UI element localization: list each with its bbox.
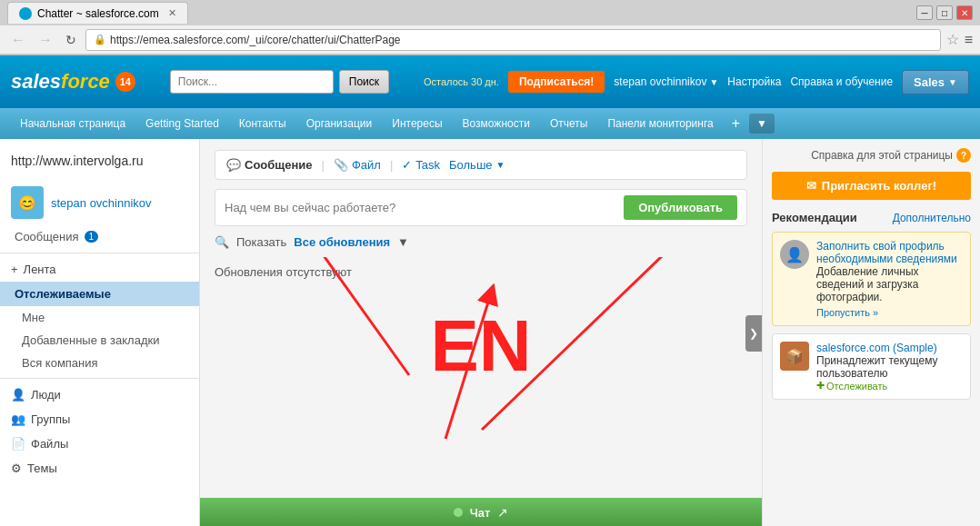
chat-status-dot <box>454 508 463 517</box>
rec-card-2-subtitle: Принадлежит текущему пользователю <box>816 354 963 380</box>
lock-icon: 🔒 <box>94 34 106 45</box>
tab-overflow-btn[interactable]: ▼ <box>749 114 775 134</box>
collapse-handle[interactable]: ❯ <box>745 315 762 352</box>
groups-icon: 👥 <box>11 412 25 426</box>
forward-btn[interactable]: → <box>35 30 56 50</box>
invite-icon: ✉ <box>806 179 816 193</box>
rec-card-1-desc: Добавление личных сведений и загрузка фо… <box>816 265 963 303</box>
help-label: Справка для этой страницы <box>811 149 953 162</box>
window-controls: ─ □ ✕ <box>916 5 973 20</box>
sf-logo: salesforce <box>11 70 110 94</box>
files-icon: 📄 <box>11 437 25 451</box>
tab-dashboards[interactable]: Панели мониторинга <box>598 112 722 135</box>
tab-reports[interactable]: Отчеты <box>541 112 596 135</box>
sidebar-people[interactable]: 👤 Люди <box>0 382 199 407</box>
sidebar-groups[interactable]: 👥 Группы <box>0 407 199 432</box>
user-dropdown-arrow: ▼ <box>709 77 718 87</box>
subscribe-btn[interactable]: Подписаться! <box>508 71 605 93</box>
tab-contacts[interactable]: Контакты <box>230 112 295 135</box>
invite-btn[interactable]: ✉ Пригласить коллег! <box>772 172 971 200</box>
sidebar-divider-1 <box>0 253 199 253</box>
help-header: Справка для этой страницы ? <box>772 148 971 163</box>
chat-arrow-icon: ↗ <box>497 505 508 520</box>
tab-getting-started[interactable]: Getting Started <box>136 112 228 135</box>
main-area: http://www.intervolga.ru 😊 stepan ovchin… <box>0 139 980 526</box>
sidebar-user-name[interactable]: stepan ovchinnikov <box>51 196 152 210</box>
right-sidebar: Справка для этой страницы ? ✉ Пригласить… <box>762 139 980 526</box>
file-tab[interactable]: 📎 Файл <box>334 158 381 172</box>
sidebar-files[interactable]: 📄 Файлы <box>0 432 199 456</box>
browser-tab[interactable]: Chatter ~ salesforce.com ✕ <box>7 2 188 24</box>
more-tab[interactable]: Больше ▼ <box>449 158 505 172</box>
menu-btn[interactable]: ≡ <box>965 32 973 48</box>
center-feed: 💬 Сообщение | 📎 Файл | ✓ Task Больше ▼ О… <box>200 139 762 526</box>
minimize-btn[interactable]: ─ <box>916 5 933 20</box>
help-icon[interactable]: ? <box>956 148 971 163</box>
search-input[interactable] <box>170 70 334 94</box>
message-tab[interactable]: 💬 Сообщение <box>226 158 313 172</box>
filter-label: Показать <box>236 235 286 249</box>
refresh-btn[interactable]: ↻ <box>62 31 80 49</box>
search-btn[interactable]: Поиск <box>339 70 389 94</box>
close-btn[interactable]: ✕ <box>956 5 973 20</box>
app-btn[interactable]: Sales ▼ <box>902 70 969 94</box>
filter-value[interactable]: Все обновления <box>294 235 390 249</box>
rec-title: Рекомендации <box>772 211 857 224</box>
sidebar-me[interactable]: Мне <box>0 306 199 329</box>
sidebar-tracked[interactable]: Отслеживаемые <box>0 282 199 306</box>
rec-avatar-1: 👤 <box>780 240 809 269</box>
tab-interests[interactable]: Интересы <box>383 112 451 135</box>
bookmark-btn[interactable]: ☆ <box>946 31 959 48</box>
follow-icon: ✚ <box>816 380 825 392</box>
rec-card-1: 👤 Заполнить свой профиль необходимыми св… <box>772 232 971 326</box>
maximize-btn[interactable]: □ <box>936 5 953 20</box>
sidebar-feed[interactable]: + Лента <box>0 257 199 282</box>
add-tab-btn[interactable]: + <box>725 112 747 135</box>
help-link[interactable]: Справка и обучение <box>790 75 893 88</box>
chat-label: Чат <box>470 506 491 520</box>
rec-follow-btn[interactable]: ✚ Отслеживать <box>816 380 963 392</box>
post-actions-bar: 💬 Сообщение | 📎 Файл | ✓ Task Больше ▼ <box>215 150 747 180</box>
sidebar-company[interactable]: Вся компания <box>0 352 199 374</box>
themes-icon: ⚙ <box>11 461 22 475</box>
tab-title: Chatter ~ salesforce.com <box>37 7 159 20</box>
left-sidebar: http://www.intervolga.ru 😊 stepan ovchin… <box>0 139 200 526</box>
tab-opportunities[interactable]: Возможности <box>454 112 539 135</box>
notification-badge: 14 <box>115 72 135 92</box>
sidebar-bookmarks[interactable]: Добавленные в закладки <box>0 329 199 352</box>
tracked-label: Отслеживаемые <box>15 287 111 301</box>
browser-chrome: Chatter ~ salesforce.com ✕ ─ □ ✕ ← → ↻ 🔒… <box>0 0 980 55</box>
plus-icon: + <box>11 263 18 276</box>
more-dropdown-icon: ▼ <box>496 160 505 170</box>
tab-home[interactable]: Начальная страница <box>11 112 135 135</box>
post-input[interactable] <box>225 201 616 214</box>
header-right: Осталось 30 дн. Подписаться! stepan ovch… <box>424 70 969 94</box>
task-tab[interactable]: ✓ Task <box>402 158 440 172</box>
post-input-area: Опубликовать <box>215 189 747 226</box>
rec-card-2-title: salesforce.com (Sample) <box>816 342 963 354</box>
address-bar[interactable]: 🔒 https://emea.salesforce.com/_ui/core/c… <box>85 29 941 51</box>
big-en-text: EN <box>215 286 747 406</box>
rec-skip-btn[interactable]: Пропустить » <box>816 307 963 318</box>
rec-card-2-link[interactable]: salesforce.com (Sample) <box>816 342 937 354</box>
filter-dropdown-arrow[interactable]: ▼ <box>397 235 409 249</box>
chat-bar[interactable]: Чат ↗ <box>200 498 762 526</box>
back-btn[interactable]: ← <box>7 30 29 50</box>
app-dropdown-arrow: ▼ <box>948 77 957 87</box>
user-avatar: 😊 <box>11 186 44 219</box>
post-btn[interactable]: Опубликовать <box>624 195 737 220</box>
sidebar-divider-2 <box>0 378 199 379</box>
sidebar-messages[interactable]: Сообщения 1 <box>0 224 199 249</box>
rec-card-2: 📦 salesforce.com (Sample) Принадлежит те… <box>772 333 971 400</box>
tab-orgs[interactable]: Организации <box>297 112 382 135</box>
feed-label: Лента <box>24 263 56 276</box>
sidebar-themes[interactable]: ⚙ Темы <box>0 456 199 481</box>
tab-close-btn[interactable]: ✕ <box>168 7 176 19</box>
rec-more[interactable]: Дополнительно <box>893 212 971 224</box>
feed-empty-text: Обновления отсутствуют <box>215 258 747 286</box>
app-name: Sales <box>914 75 945 89</box>
rec-card-1-link[interactable]: Заполнить свой профиль необходимыми свед… <box>816 240 957 265</box>
title-bar: Chatter ~ salesforce.com ✕ ─ □ ✕ <box>0 0 980 25</box>
settings-link[interactable]: Настройка <box>727 75 781 88</box>
user-dropdown[interactable]: stepan ovchinnikov ▼ <box>614 75 718 88</box>
